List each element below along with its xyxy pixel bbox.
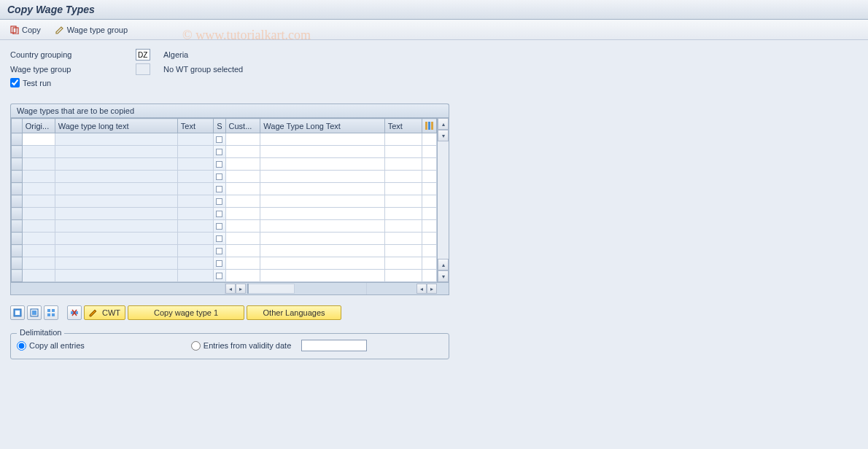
horizontal-scrollbar-left[interactable]: ◂ ▸ — [225, 283, 295, 294]
row-selector[interactable] — [12, 245, 23, 257]
cell-origi[interactable] — [22, 158, 55, 171]
entries-from-validity-option[interactable]: Entries from validity date — [191, 341, 291, 351]
scroll-up-step-button[interactable]: ▴ — [438, 259, 449, 270]
row-selector[interactable] — [12, 171, 23, 183]
col-text[interactable]: Text — [177, 119, 213, 133]
cell-wage-type-long-text[interactable] — [55, 146, 177, 158]
cell-wage-type-long-text-2[interactable] — [260, 220, 384, 233]
cell-cust[interactable] — [225, 220, 260, 233]
hscroll-left-button-2[interactable]: ◂ — [416, 284, 427, 294]
cell-cust[interactable] — [225, 195, 260, 208]
col-text-2[interactable]: Text — [384, 119, 422, 133]
cell-wage-type-long-text-2[interactable] — [260, 171, 384, 183]
cell-s[interactable] — [214, 245, 225, 257]
cell-s[interactable] — [214, 195, 225, 208]
cell-wage-type-long-text-2[interactable] — [260, 208, 384, 220]
cell-wage-type-long-text[interactable] — [55, 220, 177, 233]
col-origi[interactable]: Origi... — [22, 119, 55, 133]
scroll-down-button[interactable]: ▾ — [438, 270, 449, 282]
hscroll-right-button[interactable]: ▸ — [236, 284, 246, 294]
row-selector[interactable] — [12, 208, 23, 220]
col-config[interactable] — [422, 119, 436, 133]
cell-wage-type-long-text[interactable] — [55, 158, 177, 171]
cell-s[interactable] — [214, 146, 225, 158]
cell-cust[interactable] — [225, 183, 260, 195]
cell-text[interactable] — [177, 133, 213, 146]
cell-wage-type-long-text-2[interactable] — [260, 183, 384, 195]
row-selector[interactable] — [12, 158, 23, 171]
cell-wage-type-long-text[interactable] — [55, 245, 177, 257]
cell-text-2[interactable] — [384, 220, 422, 233]
vertical-scrollbar[interactable]: ▴ ▾ ▴ ▾ — [437, 118, 449, 282]
cell-wage-type-long-text-2[interactable] — [260, 158, 384, 171]
scroll-up-button[interactable]: ▴ — [438, 118, 449, 130]
validity-date-input[interactable] — [301, 340, 367, 351]
cell-text[interactable] — [177, 257, 213, 270]
cell-text[interactable] — [177, 183, 213, 195]
cell-text[interactable] — [177, 208, 213, 220]
cell-text[interactable] — [177, 270, 213, 282]
cell-wage-type-long-text[interactable] — [55, 233, 177, 245]
cell-wage-type-long-text[interactable] — [55, 208, 177, 220]
cell-s[interactable] — [214, 133, 225, 146]
cell-text-2[interactable] — [384, 195, 422, 208]
cell-wage-type-long-text[interactable] — [55, 183, 177, 195]
cell-cust[interactable] — [225, 233, 260, 245]
cell-wage-type-long-text-2[interactable] — [260, 195, 384, 208]
cell-text-2[interactable] — [384, 245, 422, 257]
col-cust[interactable]: Cust... — [225, 119, 260, 133]
cell-text-2[interactable] — [384, 208, 422, 220]
cell-origi[interactable] — [22, 146, 55, 158]
cell-text-2[interactable] — [384, 133, 422, 146]
cell-text-2[interactable] — [384, 270, 422, 282]
cell-wage-type-long-text[interactable] — [55, 171, 177, 183]
cell-text[interactable] — [177, 171, 213, 183]
cell-origi[interactable] — [22, 270, 55, 282]
cell-cust[interactable] — [225, 245, 260, 257]
wage-type-group-toolbar-button[interactable]: Wage type group — [53, 24, 131, 36]
cell-text-2[interactable] — [384, 171, 422, 183]
row-selector[interactable] — [12, 133, 23, 146]
cell-origi[interactable] — [22, 233, 55, 245]
deselect-all-button[interactable] — [27, 305, 42, 320]
cell-wage-type-long-text-2[interactable] — [260, 257, 384, 270]
cell-s[interactable] — [214, 171, 225, 183]
col-wage-type-long-text[interactable]: Wage type long text — [55, 119, 177, 133]
cell-cust[interactable] — [225, 270, 260, 282]
col-wage-type-long-text-2[interactable]: Wage Type Long Text — [260, 119, 384, 133]
cell-origi[interactable] — [22, 220, 55, 233]
cell-wage-type-long-text-2[interactable] — [260, 270, 384, 282]
cell-text-2[interactable] — [384, 158, 422, 171]
entries-from-validity-radio[interactable] — [191, 341, 201, 351]
hscroll-left-button[interactable]: ◂ — [225, 284, 236, 294]
cell-text[interactable] — [177, 220, 213, 233]
cell-origi[interactable] — [22, 171, 55, 183]
cell-wage-type-long-text-2[interactable] — [260, 146, 384, 158]
cell-wage-type-long-text-2[interactable] — [260, 233, 384, 245]
cell-wage-type-long-text-2[interactable] — [260, 133, 384, 146]
cell-text-2[interactable] — [384, 233, 422, 245]
delete-row-button[interactable] — [67, 305, 82, 320]
cell-s[interactable] — [214, 183, 225, 195]
copy-toolbar-button[interactable]: Copy — [7, 24, 44, 36]
cell-origi[interactable] — [22, 133, 55, 146]
cell-text[interactable] — [177, 233, 213, 245]
cell-s[interactable] — [214, 158, 225, 171]
row-selector[interactable] — [12, 257, 23, 270]
cell-text[interactable] — [177, 146, 213, 158]
cell-s[interactable] — [214, 208, 225, 220]
cwt-button[interactable]: CWT — [84, 305, 125, 320]
test-run-checkbox[interactable] — [10, 78, 20, 87]
cell-origi[interactable] — [22, 208, 55, 220]
cell-origi[interactable] — [22, 257, 55, 270]
scroll-track[interactable] — [438, 141, 449, 259]
country-grouping-input[interactable] — [136, 49, 150, 60]
row-selector-header[interactable] — [12, 119, 23, 133]
cell-s[interactable] — [214, 220, 225, 233]
cell-s[interactable] — [214, 257, 225, 270]
cell-cust[interactable] — [225, 133, 260, 146]
cell-cust[interactable] — [225, 171, 260, 183]
row-selector[interactable] — [12, 270, 23, 282]
cell-cust[interactable] — [225, 158, 260, 171]
cell-s[interactable] — [214, 270, 225, 282]
